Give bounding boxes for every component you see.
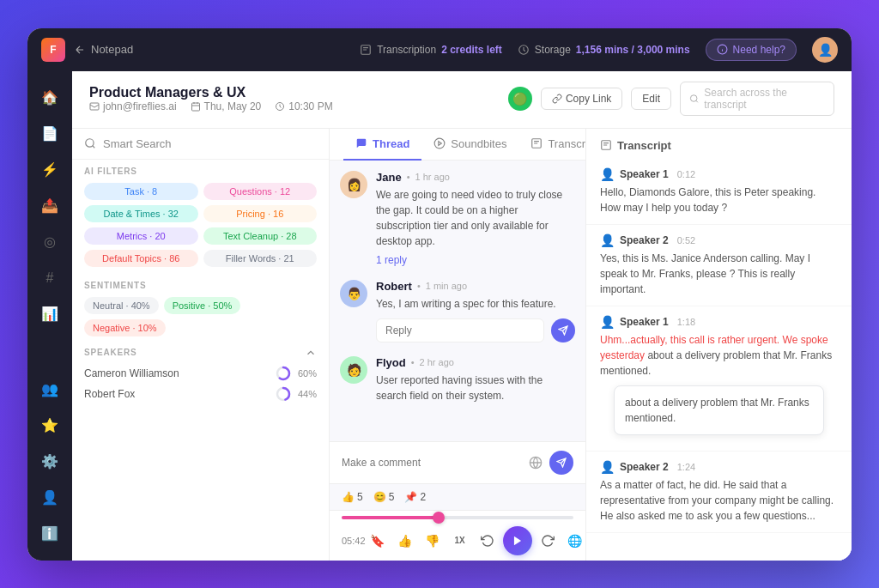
thread-jane-text: We are going to need video to truly clos…: [376, 187, 575, 249]
sidebar-icon-info[interactable]: ℹ️: [33, 518, 66, 550]
ai-filters-label: AI FILTERS: [72, 160, 329, 179]
thread-robert-text: Yes, I am writing a spec for this featur…: [376, 296, 575, 312]
meeting-avatar: 🟢: [508, 87, 532, 111]
rewind-button[interactable]: [476, 529, 500, 553]
filter-text-cleanup[interactable]: Text Cleanup · 28: [203, 227, 318, 245]
emoji-smile[interactable]: 😊5: [373, 491, 395, 503]
tab-soundbites[interactable]: Soundbites: [421, 129, 518, 161]
tab-transcript-label: Transcript: [548, 137, 585, 150]
reply-input[interactable]: [376, 318, 544, 342]
reply-send-button[interactable]: [551, 318, 575, 342]
bookmark-button[interactable]: 🔖: [366, 529, 390, 553]
thread-jane-time: 1 hr ago: [415, 172, 450, 182]
svg-point-6: [690, 94, 697, 101]
sidebar-icon-people[interactable]: 👥: [33, 373, 66, 406]
speaker-cameron-name: Cameron Williamson: [84, 367, 269, 379]
edit-button[interactable]: Edit: [631, 88, 671, 110]
user-avatar[interactable]: 👤: [812, 37, 838, 63]
sidebar-icon-lightning[interactable]: ⚡: [33, 154, 66, 186]
sentiment-negative[interactable]: Negative · 10%: [84, 319, 166, 336]
tabs-row: Thread Soundbites Transcript: [330, 129, 585, 161]
globe-icon: [529, 456, 543, 470]
tab-transcript[interactable]: Transcript: [518, 129, 585, 161]
speaker2b-label: Speaker 2: [620, 461, 669, 473]
thumbsdown-button[interactable]: 👎: [421, 529, 445, 553]
svg-marker-13: [439, 142, 441, 146]
need-help-button[interactable]: Need help?: [706, 39, 797, 61]
filter-default-topics[interactable]: Default Topics · 86: [84, 250, 198, 267]
back-label: Notepad: [91, 43, 133, 56]
thread-flyod-time: 2 hr ago: [420, 357, 454, 367]
speaker2-icon: 👤: [600, 233, 615, 247]
email-value: john@fireflies.ai: [103, 100, 177, 112]
filter-pricing[interactable]: Pricing · 16: [203, 205, 318, 222]
filter-metrics[interactable]: Metrics · 20: [84, 227, 198, 245]
filter-questions[interactable]: Questions · 12: [203, 183, 318, 200]
thread-jane-reply[interactable]: 1 reply: [376, 254, 575, 266]
copy-link-button[interactable]: Copy Link: [541, 88, 622, 110]
progress-thumb[interactable]: [433, 512, 445, 524]
sidebar-icon-user[interactable]: 👤: [33, 482, 66, 514]
avatar-flyod: 🧑: [340, 356, 367, 384]
transcript-search[interactable]: Search across the transcript: [680, 82, 834, 116]
emoji-pin[interactable]: 📌2: [404, 491, 426, 503]
speed-button[interactable]: 1X: [448, 529, 472, 553]
thread-list: 👩 Jane • 1 hr ago We are going to need v…: [330, 161, 585, 441]
svg-rect-3: [90, 103, 99, 110]
back-nav[interactable]: Notepad: [74, 43, 133, 56]
filter-datetime[interactable]: Date & Times · 32: [84, 205, 198, 222]
globe-audio-button[interactable]: 🌐: [563, 529, 585, 553]
date-value: Thu, May 20: [204, 100, 262, 112]
forward-button[interactable]: [536, 529, 560, 553]
thread-jane-name: Jane: [376, 171, 402, 184]
sentiments-label: SENTIMENTS: [72, 274, 329, 294]
speaker-cameron-ring: [276, 366, 291, 381]
thread-item-flyod: 🧑 Flyod • 2 hr ago User reported having …: [340, 356, 575, 403]
speakers-section: SPEAKERS Cameron Williamson 60%: [72, 343, 329, 410]
progress-bar[interactable]: [342, 516, 573, 519]
comment-input[interactable]: [342, 457, 522, 469]
sidebar-icon-home[interactable]: 🏠: [33, 82, 66, 114]
sentiment-neutral[interactable]: Neutral · 40%: [84, 297, 159, 314]
storage-stat: Storage 1,156 mins / 3,000 mins: [518, 44, 690, 56]
filter-filler-words[interactable]: Filler Words · 21: [203, 250, 318, 267]
comment-box: [330, 441, 585, 483]
transcript-text-1: Hello, Diamonds Galore, this is Peter sp…: [600, 185, 838, 215]
sidebar-icon-layers[interactable]: ◎: [33, 226, 66, 258]
filter-task[interactable]: Task · 8: [84, 183, 198, 200]
email-meta: john@fireflies.ai: [89, 100, 177, 112]
help-label: Need help?: [733, 44, 785, 56]
tab-thread[interactable]: Thread: [343, 129, 421, 161]
copy-link-label: Copy Link: [566, 93, 611, 105]
playback-bar: 05:42 🔖 👍 👎 1X: [330, 510, 585, 561]
thumbsup-button[interactable]: 👍: [393, 529, 417, 553]
speaker-cameron: Cameron Williamson 60%: [84, 366, 317, 381]
sidebar-icon-upload[interactable]: 📤: [33, 190, 66, 222]
sentiment-positive[interactable]: Positive · 50%: [164, 297, 241, 314]
tooltip-box: about a delivery problem that Mr. Franks…: [614, 385, 824, 435]
svg-rect-4: [191, 103, 199, 111]
sidebar-icon-star[interactable]: ⭐: [33, 409, 66, 442]
transcription-stat: Transcription 2 credits left: [360, 44, 502, 56]
transcript-text-3: Uhm...actually, this call is rather urge…: [600, 332, 838, 379]
emoji-thumbsup[interactable]: 👍5: [342, 491, 363, 503]
sidebar-icon-settings[interactable]: ⚙️: [33, 446, 66, 478]
ai-filters-grid: Task · 8 Questions · 12 Date & Times · 3…: [72, 179, 329, 274]
thread-item-jane: 👩 Jane • 1 hr ago We are going to need v…: [340, 171, 575, 266]
speaker2b-time: 1:24: [677, 462, 695, 472]
smart-search[interactable]: Smart Search: [72, 129, 329, 160]
speaker1b-time: 1:18: [677, 317, 695, 327]
sidebar-icon-chart[interactable]: 📊: [33, 298, 66, 330]
speaker2-label: Speaker 2: [620, 234, 669, 246]
tab-thread-label: Thread: [373, 137, 409, 150]
play-button[interactable]: [503, 526, 532, 555]
speaker1b-icon: 👤: [600, 315, 615, 329]
transcript-text-2: Yes, this is Ms. Janice Anderson calling…: [600, 251, 838, 297]
speaker1-time: 0:12: [677, 169, 695, 179]
transcription-label: Transcription: [377, 44, 436, 56]
emoji-row: 👍5 😊5 📌2: [330, 483, 585, 510]
sidebar-icon-docs[interactable]: 📄: [33, 118, 66, 150]
comment-send-button[interactable]: [549, 451, 573, 475]
sidebar-icon-hashtag[interactable]: #: [33, 262, 66, 294]
date-meta: Thu, May 20: [191, 100, 262, 112]
